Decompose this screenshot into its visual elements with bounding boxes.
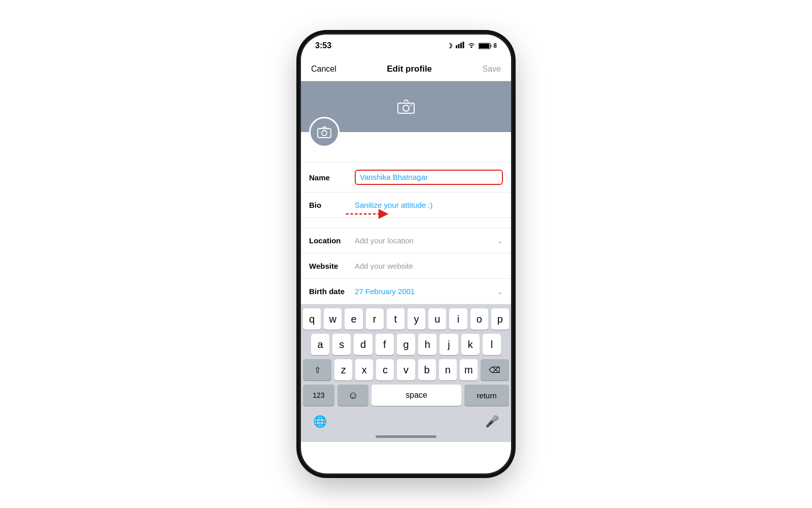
website-label: Website [309, 262, 355, 270]
globe-icon[interactable]: 🌐 [313, 415, 327, 428]
svg-point-4 [471, 46, 472, 48]
shift-key[interactable]: ⇧ [303, 359, 331, 380]
name-label: Name [309, 173, 355, 182]
location-label: Location [309, 236, 355, 245]
avatar[interactable]: + [309, 117, 340, 147]
birthdate-field-row[interactable]: Birth date 27 February 2001 ⌄ [301, 279, 511, 304]
status-bar: 3:53 ☽ 8 [301, 35, 511, 57]
key-w[interactable]: w [324, 308, 342, 330]
birthdate-label: Birth date [309, 287, 355, 296]
home-indicator-area [301, 435, 511, 442]
birthdate-value: 27 February 2001 [355, 287, 493, 296]
key-e[interactable]: e [345, 308, 362, 330]
signal-icon [456, 42, 464, 50]
key-g[interactable]: g [397, 334, 415, 355]
key-c[interactable]: c [376, 359, 394, 380]
bio-label: Bio [309, 201, 355, 209]
top-nav: Cancel Edit profile Save [301, 57, 511, 81]
wifi-icon [467, 42, 476, 50]
svg-rect-11 [318, 129, 331, 138]
status-time: 3:53 [315, 41, 331, 50]
svg-rect-0 [456, 45, 457, 48]
key-r[interactable]: r [366, 308, 384, 330]
key-m[interactable]: m [460, 359, 478, 380]
bio-value: Sanitize your attitude :) [355, 201, 503, 209]
bottom-bar: 🌐 🎤 [301, 412, 511, 435]
svg-point-8 [403, 105, 409, 111]
numbers-key[interactable]: 123 [303, 385, 334, 406]
svg-rect-3 [463, 42, 464, 48]
keyboard-row-3: ⇧ z x c v b n m ⌫ [303, 359, 509, 380]
moon-icon: ☽ [447, 42, 453, 50]
key-u[interactable]: u [428, 308, 446, 330]
battery-icon: 8 [479, 42, 497, 49]
delete-key[interactable]: ⌫ [481, 359, 509, 380]
svg-rect-6 [479, 44, 489, 48]
key-k[interactable]: k [461, 334, 480, 355]
key-f[interactable]: f [376, 334, 394, 355]
key-p[interactable]: p [491, 308, 509, 330]
microphone-icon[interactable]: 🎤 [485, 415, 499, 428]
phone-wrapper: 3:53 ☽ 8 Cancel Edit profile Save [0, 0, 812, 508]
location-chevron-icon: ⌄ [497, 237, 503, 245]
key-o[interactable]: o [470, 308, 488, 330]
keyboard-row-2: a s d f g h j k l [303, 334, 509, 355]
banner-camera-icon: + [395, 96, 417, 118]
key-h[interactable]: h [418, 334, 436, 355]
svg-rect-2 [460, 43, 462, 48]
key-y[interactable]: y [408, 308, 425, 330]
key-l[interactable]: l [483, 334, 501, 355]
emoji-key[interactable]: ☺ [337, 385, 369, 406]
key-n[interactable]: n [439, 359, 457, 380]
key-q[interactable]: q [303, 308, 321, 330]
key-x[interactable]: x [355, 359, 373, 380]
key-b[interactable]: b [418, 359, 436, 380]
key-i[interactable]: i [449, 308, 467, 330]
website-value: Add your website [355, 262, 503, 270]
key-z[interactable]: z [334, 359, 352, 380]
form-section: Name Vanshika Bhatnagar Bio Sanitize you… [301, 163, 511, 304]
name-field-box: Vanshika Bhatnagar [355, 170, 503, 185]
home-bar [376, 435, 436, 438]
key-t[interactable]: t [387, 308, 404, 330]
key-a[interactable]: a [311, 334, 329, 355]
page-title: Edit profile [387, 64, 432, 74]
key-d[interactable]: d [354, 334, 372, 355]
space-key[interactable]: space [371, 385, 461, 406]
bio-field-row[interactable]: Bio Sanitize your attitude :) [301, 193, 511, 218]
svg-text:+: + [326, 126, 328, 131]
save-button[interactable]: Save [483, 65, 501, 74]
key-j[interactable]: j [439, 334, 458, 355]
website-field-row[interactable]: Website Add your website [301, 253, 511, 279]
status-icons: ☽ 8 [447, 42, 497, 50]
keyboard-row-1: q w e r t y u i o p [303, 308, 509, 330]
return-key[interactable]: return [464, 385, 509, 406]
location-value: Add your location [355, 236, 493, 245]
keyboard: q w e r t y u i o p a s d f g h j k [301, 304, 511, 412]
name-value: Vanshika Bhatnagar [360, 173, 428, 181]
name-field-row[interactable]: Name Vanshika Bhatnagar [301, 163, 511, 193]
location-field-row[interactable]: Location Add your location ⌄ [301, 228, 511, 253]
svg-point-9 [411, 105, 412, 106]
svg-text:+: + [407, 101, 410, 106]
key-s[interactable]: s [332, 334, 351, 355]
birthdate-chevron-icon: ⌄ [497, 288, 503, 296]
key-v[interactable]: v [397, 359, 415, 380]
svg-point-12 [322, 131, 327, 136]
svg-rect-1 [458, 44, 460, 49]
keyboard-row-4: 123 ☺ space return [303, 385, 509, 406]
profile-section: + [301, 132, 511, 163]
phone-frame: 3:53 ☽ 8 Cancel Edit profile Save [299, 33, 513, 475]
cancel-button[interactable]: Cancel [311, 65, 336, 74]
spacer [301, 218, 511, 228]
